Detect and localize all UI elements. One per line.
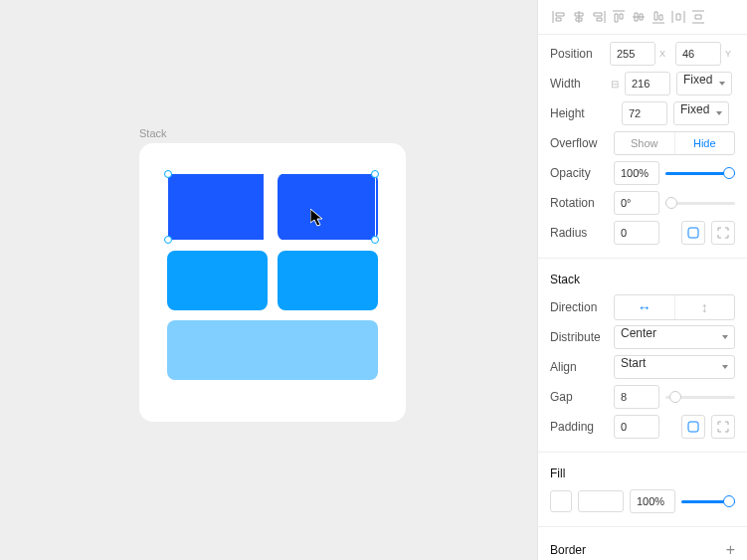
fill-visible-toggle[interactable]: [550, 490, 572, 512]
overflow-show-option[interactable]: Show: [615, 132, 674, 154]
rotation-label: Rotation: [550, 196, 608, 210]
opacity-slider[interactable]: [665, 161, 735, 185]
position-y-input[interactable]: [675, 42, 721, 66]
opacity-input[interactable]: [614, 161, 659, 185]
gap-label: Gap: [550, 390, 608, 404]
svg-rect-1: [688, 422, 698, 432]
layer-card[interactable]: [278, 173, 378, 241]
distribute-select[interactable]: Center: [614, 325, 735, 349]
align-right-icon[interactable]: [590, 8, 608, 26]
radius-per-corner-button[interactable]: [711, 221, 735, 245]
radius-input[interactable]: [614, 221, 659, 245]
stack-frame-label: Stack: [139, 127, 167, 139]
canvas-area[interactable]: Stack: [0, 0, 537, 560]
svg-rect-0: [688, 228, 698, 238]
padding-label: Padding: [550, 420, 608, 434]
stack-frame[interactable]: [139, 143, 406, 422]
align-top-icon[interactable]: [610, 8, 628, 26]
distribute-h-icon[interactable]: [669, 8, 687, 26]
layout-section: Position X Y Width ⊟ Fixed Height Fixed …: [538, 35, 747, 259]
width-input[interactable]: [625, 72, 670, 95]
align-center-h-icon[interactable]: [570, 8, 588, 26]
fill-opacity-slider[interactable]: [681, 489, 735, 513]
layer-card[interactable]: [167, 320, 378, 380]
x-label: X: [659, 49, 665, 59]
stack-title: Stack: [550, 263, 735, 292]
layer-card[interactable]: [167, 173, 268, 241]
arrow-horizontal-icon: ↔: [638, 299, 652, 315]
corners-icon: [717, 227, 729, 239]
direction-horizontal-option[interactable]: ↔: [615, 295, 674, 319]
padding-uniform-button[interactable]: [681, 415, 705, 439]
padding-input[interactable]: [614, 415, 659, 439]
rotation-slider[interactable]: [665, 191, 735, 215]
layer-card[interactable]: [167, 251, 268, 310]
align-bottom-icon[interactable]: [650, 8, 667, 26]
align-center-v-icon[interactable]: [630, 8, 648, 26]
height-input[interactable]: [622, 101, 667, 125]
align-label: Align: [550, 360, 608, 374]
align-select[interactable]: Start: [614, 355, 735, 379]
distribute-label: Distribute: [550, 330, 608, 344]
border-title: Border: [550, 543, 586, 557]
overflow-label: Overflow: [550, 136, 608, 150]
overflow-hide-option[interactable]: Hide: [674, 132, 735, 154]
height-constraint-select[interactable]: Fixed: [673, 101, 729, 125]
radius-label: Radius: [550, 226, 608, 240]
distribute-v-icon[interactable]: [689, 8, 707, 26]
gap-handle[interactable]: [264, 173, 268, 241]
gap-slider[interactable]: [665, 385, 735, 409]
width-constraint-select[interactable]: Fixed: [676, 72, 732, 95]
rotation-input[interactable]: [614, 191, 659, 215]
stack-section: Stack Direction ↔ ↕ Distribute Center Al…: [538, 259, 747, 453]
fill-opacity-input[interactable]: [630, 489, 675, 513]
arrow-vertical-icon: ↕: [701, 299, 708, 315]
gap-input[interactable]: [614, 385, 659, 409]
direction-label: Direction: [550, 300, 608, 314]
layer-card[interactable]: [278, 251, 378, 310]
align-left-icon[interactable]: [550, 8, 568, 26]
fill-title: Fill: [550, 457, 735, 486]
inspector-panel: Position X Y Width ⊟ Fixed Height Fixed …: [537, 0, 747, 560]
overflow-segmented: Show Hide: [614, 131, 735, 155]
add-border-button[interactable]: +: [726, 541, 735, 559]
lock-icon[interactable]: ⊟: [611, 79, 619, 90]
fill-color-swatch[interactable]: [578, 490, 624, 512]
position-x-input[interactable]: [610, 42, 655, 66]
border-section: Border +: [538, 527, 747, 560]
square-icon: [687, 421, 699, 433]
alignment-toolbar: [538, 0, 747, 35]
padding-per-side-button[interactable]: [711, 415, 735, 439]
fill-section: Fill: [538, 453, 747, 527]
sides-icon: [717, 421, 729, 433]
opacity-label: Opacity: [550, 166, 608, 180]
direction-vertical-option[interactable]: ↕: [674, 295, 735, 319]
height-label: Height: [550, 106, 608, 120]
position-label: Position: [550, 47, 604, 61]
y-label: Y: [725, 49, 731, 59]
radius-uniform-button[interactable]: [681, 221, 705, 245]
direction-segmented: ↔ ↕: [614, 294, 735, 320]
width-label: Width: [550, 77, 608, 91]
square-icon: [687, 227, 699, 239]
